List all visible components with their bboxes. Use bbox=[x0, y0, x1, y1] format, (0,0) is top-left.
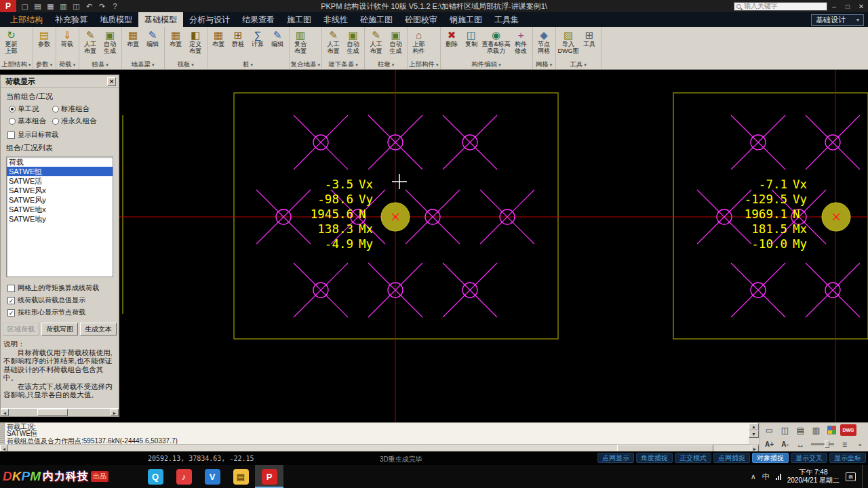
ribbon-group-label[interactable]: 荷载 bbox=[59, 60, 72, 69]
ribbon-group-label[interactable]: 工具 bbox=[570, 60, 583, 69]
ribbon-tab[interactable]: 砼施工图 bbox=[354, 12, 399, 27]
redo-icon[interactable]: ↷ bbox=[98, 2, 106, 11]
font-increase-button[interactable]: A+ bbox=[762, 439, 776, 450]
new-icon[interactable]: ▢ bbox=[20, 2, 29, 11]
preview-icon[interactable]: ◫ bbox=[72, 2, 81, 11]
ribbon-button[interactable]: +构件修改 bbox=[511, 28, 531, 54]
ribbon-tab[interactable]: 非线性 bbox=[317, 12, 354, 27]
ribbon-group-label[interactable]: 独基 bbox=[92, 60, 104, 69]
status-toggle[interactable]: 正交模式 bbox=[675, 453, 711, 463]
ribbon-group-label[interactable]: 筏板 bbox=[177, 60, 190, 69]
command-vscrollbar[interactable]: ▲ ▼ bbox=[749, 423, 759, 444]
ribbon-group-label[interactable]: 复合地基 bbox=[291, 60, 317, 69]
box-icon[interactable]: ▫ bbox=[853, 439, 867, 450]
scroll-track[interactable] bbox=[9, 409, 111, 416]
panel-close-button[interactable]: ✕ bbox=[107, 77, 116, 86]
ribbon-button[interactable]: ✎编辑 bbox=[268, 28, 288, 48]
ribbon-group-label[interactable]: 柱墩 bbox=[378, 60, 391, 69]
ribbon-button[interactable]: ▨导入DWG图 bbox=[557, 28, 580, 54]
load-case-item[interactable]: 荷载 bbox=[7, 157, 113, 167]
ribbon-button[interactable]: ⌂上部构件 bbox=[409, 28, 429, 54]
status-toggle[interactable]: 点网捕捉 bbox=[713, 453, 750, 463]
status-toggle[interactable]: 对象捕捉 bbox=[752, 453, 789, 463]
dwg-icon[interactable]: DWG bbox=[840, 424, 856, 436]
ribbon-button[interactable]: ▦布置 bbox=[123, 28, 143, 48]
ribbon-button[interactable]: ▣自动生成 bbox=[386, 28, 406, 54]
taskbar-app-explorer[interactable]: ▤ bbox=[226, 465, 255, 488]
ribbon-tab[interactable]: 分析与设计 bbox=[183, 12, 236, 27]
save-icon[interactable]: ▦ bbox=[46, 2, 55, 11]
ime-indicator[interactable]: 中 bbox=[762, 472, 770, 482]
ribbon-tab[interactable]: 钢施工图 bbox=[443, 12, 488, 27]
taskbar-app-pkpm[interactable]: P bbox=[255, 465, 283, 488]
ribbon-group-label[interactable]: 上部结构 bbox=[1, 60, 27, 69]
font-decrease-button[interactable]: A- bbox=[778, 439, 792, 450]
show-desktop-button[interactable] bbox=[862, 465, 865, 488]
panel-button[interactable]: 荷载写图 bbox=[41, 323, 78, 336]
viewport-icon[interactable]: ▭ bbox=[762, 424, 776, 436]
command-text[interactable]: 荷载工况:SATWE恒荷载组总值及合力作用点:595137.6kN(-24445… bbox=[7, 424, 746, 445]
ribbon-button[interactable]: ⇓荷载 bbox=[58, 28, 77, 48]
pages-icon[interactable]: ▥ bbox=[809, 424, 823, 436]
ribbon-group-label[interactable]: 上部构件 bbox=[409, 60, 435, 69]
ribbon-button[interactable]: ∑计算 bbox=[248, 28, 268, 48]
ribbon-tab[interactable]: 结果查看 bbox=[236, 12, 281, 27]
status-toggle[interactable]: 显示交叉 bbox=[791, 453, 827, 463]
option-checkbox[interactable]: ✓按柱形心显示节点荷载 bbox=[7, 308, 119, 317]
ribbon-button[interactable]: ▣自动生成 bbox=[343, 28, 363, 54]
ribbon-tab[interactable]: 工具集 bbox=[488, 12, 525, 27]
maximize-button[interactable]: □ bbox=[841, 0, 854, 12]
load-case-item[interactable]: SATWE风y bbox=[7, 195, 113, 205]
ribbon-button[interactable]: ↻更新上部 bbox=[1, 28, 21, 54]
pan-icon[interactable]: ↔ bbox=[793, 439, 808, 450]
layers-icon[interactable]: ▤ bbox=[793, 424, 808, 436]
scroll-left-icon[interactable]: ◄ bbox=[1, 409, 9, 416]
ribbon-tab[interactable]: 基础模型 bbox=[138, 12, 183, 27]
scroll-up-icon[interactable]: ▲ bbox=[749, 423, 759, 430]
load-case-list[interactable]: 荷载SATWE恒SATWE活SATWE风xSATWE风ySATWE地xSATWE… bbox=[6, 157, 113, 277]
zoom-slider[interactable] bbox=[811, 443, 834, 445]
ribbon-group-label[interactable]: 构件编辑 bbox=[471, 60, 497, 69]
list-icon[interactable]: ≡ bbox=[837, 439, 852, 450]
ribbon-tab[interactable]: 砼图校审 bbox=[399, 12, 443, 27]
ribbon-button[interactable]: ⊞工具 bbox=[580, 28, 599, 48]
ribbon-button[interactable]: ◫复制 bbox=[462, 28, 481, 48]
scroll-down-icon[interactable]: ▼ bbox=[749, 430, 759, 438]
network-icon[interactable] bbox=[776, 474, 781, 480]
ribbon-button[interactable]: ✖删除 bbox=[442, 28, 462, 48]
radio-option[interactable]: 单工况 bbox=[9, 103, 52, 115]
viewports-icon[interactable]: ◫ bbox=[778, 424, 792, 436]
chevron-up-icon[interactable]: ∧ bbox=[751, 472, 756, 481]
ribbon-button[interactable]: ✎人工布置 bbox=[81, 28, 100, 54]
drawing-canvas[interactable]: -3.5Vx-98.6Vy1945.6N138.3Mx-4.9My-7.1Vx-… bbox=[0, 70, 868, 422]
ribbon-button[interactable]: ✎人工布置 bbox=[323, 28, 343, 54]
radio-option[interactable]: 基本组合 bbox=[9, 115, 52, 127]
option-checkbox[interactable]: 网格上的弯矩换算成线荷载 bbox=[7, 283, 119, 293]
module-selector-dropdown[interactable]: 基础设计 ▾ bbox=[811, 14, 864, 26]
ribbon-tab[interactable]: 施工图 bbox=[281, 12, 317, 27]
option-checkbox[interactable]: ✓线荷载以荷载总值显示 bbox=[7, 296, 119, 305]
scroll-right-icon[interactable]: ► bbox=[111, 409, 119, 416]
taskbar-app-wps[interactable]: V bbox=[198, 465, 226, 488]
panel-hscrollbar[interactable]: ◄ ► bbox=[1, 408, 119, 416]
keyword-search-input[interactable]: 输入关键字 bbox=[734, 2, 827, 11]
taskbar-app-music[interactable]: ♪ bbox=[170, 465, 198, 488]
load-case-item[interactable]: SATWE恒 bbox=[7, 167, 113, 176]
help-icon[interactable]: ? bbox=[111, 2, 119, 10]
taskbar-clock[interactable]: 下午 7:48 2020/4/21 星期二 bbox=[787, 468, 840, 485]
ribbon-tab[interactable]: 上部结构 bbox=[4, 12, 49, 27]
ribbon-button[interactable]: ▣自动生成 bbox=[100, 28, 120, 54]
ribbon-button[interactable]: ▦布置 bbox=[209, 28, 229, 48]
ribbon-group-label[interactable]: 网格 bbox=[536, 60, 549, 69]
slider-thumb[interactable] bbox=[825, 441, 829, 448]
scroll-thumb[interactable] bbox=[37, 409, 68, 416]
radio-option[interactable]: 标准组合 bbox=[52, 103, 119, 115]
load-case-item[interactable]: SATWE地y bbox=[7, 214, 113, 224]
load-case-item[interactable]: SATWE地x bbox=[7, 205, 113, 214]
ribbon-tab[interactable]: 地质模型 bbox=[94, 12, 138, 27]
ribbon-button[interactable]: ✎编辑 bbox=[143, 28, 163, 48]
minimize-button[interactable]: – bbox=[827, 0, 841, 12]
status-toggle[interactable]: 角度捕捉 bbox=[636, 453, 673, 463]
ribbon-button[interactable]: ◉查看&标高承载力 bbox=[481, 28, 511, 54]
ribbon-tab[interactable]: 补充验算 bbox=[49, 12, 94, 27]
